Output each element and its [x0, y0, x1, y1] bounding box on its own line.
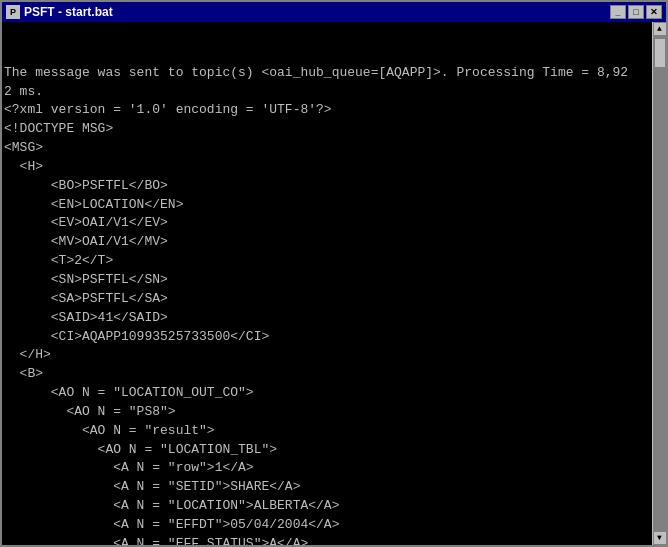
app-icon: P: [6, 5, 20, 19]
text-line: <EV>OAI/V1</EV>: [4, 214, 648, 233]
text-content: The message was sent to topic(s) <oai_hu…: [4, 26, 664, 545]
scrollbar-thumb[interactable]: [654, 38, 666, 68]
text-line: <A N = "row">1</A>: [4, 459, 648, 478]
scrollbar[interactable]: ▲ ▼: [652, 22, 666, 545]
maximize-button[interactable]: □: [628, 5, 644, 19]
text-line: <MV>OAI/V1</MV>: [4, 233, 648, 252]
text-line: <SN>PSFTFL</SN>: [4, 271, 648, 290]
title-bar-left: P PSFT - start.bat: [6, 5, 113, 19]
close-button[interactable]: ✕: [646, 5, 662, 19]
text-line: <B>: [4, 365, 648, 384]
text-line: <CI>AQAPP10993525733500</CI>: [4, 328, 648, 347]
text-line: <A N = "LOCATION">ALBERTA</A>: [4, 497, 648, 516]
text-line: <SA>PSFTFL</SA>: [4, 290, 648, 309]
scrollbar-up-button[interactable]: ▲: [653, 22, 667, 36]
title-bar: P PSFT - start.bat _ □ ✕: [2, 2, 666, 22]
minimize-button[interactable]: _: [610, 5, 626, 19]
text-line: <?xml version = '1.0' encoding = 'UTF-8'…: [4, 101, 648, 120]
text-line: <T>2</T>: [4, 252, 648, 271]
text-line: <MSG>: [4, 139, 648, 158]
text-line: <H>: [4, 158, 648, 177]
text-line: <AO N = "LOCATION_OUT_CO">: [4, 384, 648, 403]
text-line: <SAID>41</SAID>: [4, 309, 648, 328]
window: P PSFT - start.bat _ □ ✕ The message was…: [0, 0, 668, 547]
text-line: <AO N = "LOCATION_TBL">: [4, 441, 648, 460]
text-line: <BO>PSFTFL</BO>: [4, 177, 648, 196]
text-line: <!DOCTYPE MSG>: [4, 120, 648, 139]
window-title: PSFT - start.bat: [24, 5, 113, 19]
text-line: <A N = "EFFDT">05/04/2004</A>: [4, 516, 648, 535]
text-line: <EN>LOCATION</EN>: [4, 196, 648, 215]
text-line: <AO N = "result">: [4, 422, 648, 441]
content-area: The message was sent to topic(s) <oai_hu…: [2, 22, 666, 545]
text-line: <A N = "SETID">SHARE</A>: [4, 478, 648, 497]
text-line: </H>: [4, 346, 648, 365]
text-line: 2 ms.: [4, 83, 648, 102]
text-line: <AO N = "PS8">: [4, 403, 648, 422]
text-line: <A N = "EFF_STATUS">A</A>: [4, 535, 648, 545]
text-line: The message was sent to topic(s) <oai_hu…: [4, 64, 648, 83]
title-bar-controls: _ □ ✕: [610, 5, 662, 19]
scrollbar-down-button[interactable]: ▼: [653, 531, 667, 545]
